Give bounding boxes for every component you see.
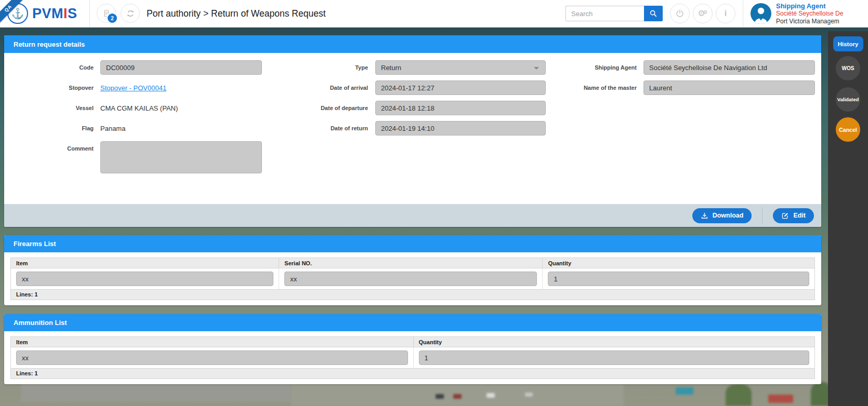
date-of-departure-label: Date of departure: [293, 105, 368, 111]
car-white: [486, 393, 495, 398]
building-red-roof: [768, 395, 793, 403]
refresh-icon: [125, 8, 136, 19]
column-header-serial: Serial NO.: [279, 258, 543, 268]
comment-field[interactable]: [100, 141, 262, 173]
user-organization: Port Victoria Managem: [776, 18, 843, 25]
type-label: Type: [293, 64, 368, 71]
header-right-cluster: ⚙⚙ i Shipping Agent Socié: [565, 0, 843, 27]
shipping-agent-row: Shipping Agent: [546, 60, 816, 75]
documents-button[interactable]: 2: [97, 4, 116, 23]
flag-label: Flag: [10, 125, 94, 131]
table-row: [11, 268, 814, 289]
ammunition-lines-count: Lines: 1: [11, 368, 814, 378]
download-icon: [701, 212, 708, 220]
search-input[interactable]: [565, 6, 644, 21]
shipping-agent-field[interactable]: [643, 60, 815, 75]
flag-value: Panama: [100, 125, 125, 132]
date-of-return-label: Date of return: [293, 125, 368, 131]
firearms-list-body: Item Serial NO. Quantity Lines: 1: [4, 252, 821, 305]
item-cell: [11, 268, 279, 289]
stopover-row: Stopover Stopover - POV00041: [10, 80, 270, 95]
ammunition-quantity-field[interactable]: [419, 350, 809, 365]
car-dark: [436, 394, 444, 399]
refresh-button[interactable]: [121, 4, 140, 23]
shipping-agent-label: Shipping Agent: [546, 64, 637, 71]
history-button[interactable]: History: [833, 36, 863, 51]
edit-button[interactable]: Edit: [773, 208, 814, 223]
date-of-arrival-field[interactable]: [375, 80, 546, 95]
comment-label: Comment: [10, 145, 94, 152]
validated-button[interactable]: Validated: [836, 87, 860, 112]
search-group: [565, 6, 663, 21]
avatar: [751, 3, 771, 24]
code-row: Code: [10, 60, 270, 75]
action-sidebar: History WOS Validated Cancel: [828, 31, 868, 406]
date-of-arrival-label: Date of arrival: [293, 85, 368, 91]
user-text: Shipping Agent Société Seychelloise De P…: [776, 2, 843, 25]
vessel-value: CMA CGM KAILAS (PAN): [100, 104, 178, 112]
firearm-item-field[interactable]: [16, 272, 273, 286]
app-logo[interactable]: ⚓ PVMIS: [7, 3, 77, 24]
warehouse-roof: [21, 381, 291, 402]
quantity-cell: [543, 268, 814, 289]
edit-icon: [781, 212, 789, 220]
serial-cell: [279, 268, 543, 289]
gears-icon: ⚙⚙: [698, 9, 707, 18]
ammunition-list-title: Ammunition List: [4, 314, 821, 331]
details-panel-title: Return request details: [4, 35, 821, 53]
header-divider: [89, 0, 90, 27]
date-of-return-field[interactable]: [375, 121, 546, 136]
containers-teal: [676, 387, 693, 395]
firearm-quantity-field[interactable]: [548, 272, 809, 286]
ammunition-list-panel: Ammunition List Item Quantity Lines: 1: [4, 314, 821, 384]
vessel-row: Vessel CMA CGM KAILAS (PAN): [10, 101, 270, 115]
date-of-return-row: Date of return: [293, 121, 553, 136]
download-label: Download: [713, 212, 744, 219]
vessel-label: Vessel: [10, 105, 94, 111]
user-role: Shipping Agent: [776, 2, 843, 10]
firearms-list-panel: Firearms List Item Serial NO. Quantity: [4, 235, 821, 305]
user-block[interactable]: Shipping Agent Société Seychelloise De P…: [751, 2, 843, 25]
quantity-cell: [414, 347, 814, 368]
firearms-lines-count: Lines: 1: [11, 289, 814, 300]
ammunition-table-header: Item Quantity: [11, 337, 814, 347]
table-row: [11, 347, 814, 368]
column-header-quantity: Quantity: [543, 258, 814, 268]
trees-green: [726, 384, 752, 406]
ammunition-item-field[interactable]: [16, 350, 408, 365]
flag-row: Flag Panama: [10, 121, 270, 136]
breadcrumb: Port authority > Return of Weapons Reque…: [147, 0, 326, 27]
details-form: Code Stopover Stopover - POV00041 Vessel…: [4, 53, 821, 204]
top-bar: QA ⚓ PVMIS 2 Port authority > Return of: [0, 0, 868, 28]
app-logo-text: PVMIS: [32, 3, 77, 24]
logo-part-blue2: S: [68, 6, 77, 21]
search-button[interactable]: [644, 6, 663, 21]
firearms-table: Item Serial NO. Quantity Lines: 1: [10, 258, 815, 300]
firearm-serial-field[interactable]: [284, 272, 537, 286]
code-field[interactable]: [100, 60, 262, 75]
stopover-link[interactable]: Stopover - POV00041: [100, 84, 166, 92]
info-icon: i: [725, 9, 727, 18]
power-icon: [675, 8, 685, 19]
wos-button[interactable]: WOS: [836, 56, 860, 80]
master-label: Name of the master: [546, 85, 637, 91]
master-row: Name of the master: [546, 80, 816, 95]
date-of-departure-field[interactable]: [375, 101, 546, 115]
car-red: [453, 394, 462, 399]
item-cell: [11, 347, 414, 368]
logout-button[interactable]: [670, 4, 690, 23]
notification-badge: 2: [107, 12, 118, 24]
firearms-table-header: Item Serial NO. Quantity: [11, 258, 814, 268]
details-column-left: Code Stopover Stopover - POV00041 Vessel…: [10, 60, 270, 179]
code-label: Code: [10, 64, 94, 71]
settings-button[interactable]: ⚙⚙: [693, 4, 713, 23]
cancel-button[interactable]: Cancel: [836, 117, 860, 142]
type-select[interactable]: Return: [375, 60, 546, 75]
info-button[interactable]: i: [716, 4, 735, 23]
user-company: Société Seychelloise De: [776, 10, 843, 18]
ammunition-table: Item Quantity Lines: 1: [10, 336, 815, 379]
date-of-arrival-row: Date of arrival: [293, 80, 553, 95]
download-button[interactable]: Download: [692, 208, 752, 223]
search-icon: [649, 9, 657, 18]
master-field[interactable]: [643, 80, 815, 95]
